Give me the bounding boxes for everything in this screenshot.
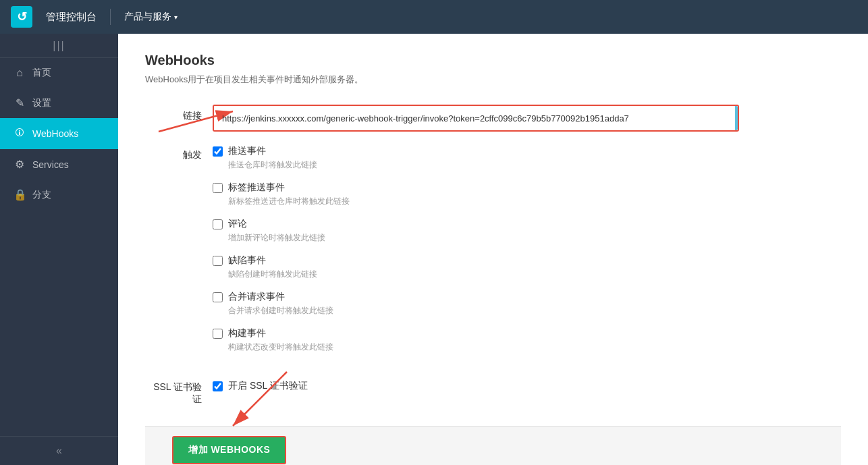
sidebar: ||| ⌂ 首页 ✎ 设置 WebHooks ⚙ Services 🔒 分支 (0, 34, 118, 465)
trigger-tag-push-checkbox[interactable] (213, 183, 223, 193)
trigger-tag-push: 标签推送事件 新标签推送进仓库时将触发此链接 (213, 182, 841, 207)
trigger-push: 推送事件 推送仓库时将触发此链接 (213, 145, 841, 171)
link-row: 链接 (145, 105, 841, 132)
bottom-bar: 增加 WEBHOOKS (145, 426, 841, 465)
trigger-tag-push-row: 标签推送事件 (213, 182, 841, 194)
sidebar-item-label: 设置 (32, 97, 51, 109)
link-label: 链接 (145, 105, 213, 122)
trigger-issue-checkbox[interactable] (213, 256, 223, 266)
ssl-checkbox-label: 开启 SSL 证书验证 (228, 380, 308, 392)
sidebar-item-label: 分支 (32, 189, 51, 201)
url-input-container (213, 105, 739, 132)
trigger-build-row: 构建事件 (213, 327, 841, 339)
webhooks-icon (13, 127, 26, 140)
trigger-comment-row: 评论 (213, 218, 841, 230)
settings-icon: ✎ (13, 97, 26, 109)
home-icon: ⌂ (13, 67, 26, 79)
trigger-build: 构建事件 构建状态改变时将触发此链接 (213, 327, 841, 353)
ssl-label: SSL 证书验证 (145, 377, 213, 406)
trigger-build-checkbox[interactable] (213, 329, 223, 339)
sidebar-item-home[interactable]: ⌂ 首页 (0, 58, 118, 88)
url-input-accent (735, 106, 738, 130)
sidebar-collapse-bottom[interactable]: « (0, 436, 118, 465)
trigger-tag-push-label: 标签推送事件 (228, 182, 285, 194)
trigger-push-checkbox[interactable] (213, 146, 223, 157)
topbar-menu[interactable]: 产品与服务 ▾ (124, 11, 178, 23)
ssl-content: 开启 SSL 证书验证 (213, 377, 308, 392)
trigger-issue: 缺陷事件 缺陷创建时将触发此链接 (213, 254, 841, 280)
branch-icon: 🔒 (13, 188, 26, 201)
trigger-issue-row: 缺陷事件 (213, 254, 841, 267)
ssl-row: SSL 证书验证 开启 SSL 证书验证 (145, 377, 841, 406)
trigger-issue-label: 缺陷事件 (228, 254, 266, 267)
sidebar-item-label: 首页 (32, 67, 51, 79)
logo: ↺ (11, 6, 32, 28)
trigger-merge-request-checkbox[interactable] (213, 292, 223, 302)
sidebar-item-settings[interactable]: ✎ 设置 (0, 88, 118, 118)
services-icon: ⚙ (13, 158, 26, 171)
sidebar-item-webhooks[interactable]: WebHooks (0, 118, 118, 149)
trigger-push-desc: 推送仓库时将触发此链接 (228, 159, 841, 171)
trigger-comment-checkbox[interactable] (213, 219, 223, 229)
page-title: WebHooks (145, 53, 841, 68)
trigger-tag-push-desc: 新标签推送进仓库时将触发此链接 (228, 196, 841, 207)
trigger-merge-request-desc: 合并请求创建时将触发此链接 (228, 305, 841, 317)
sidebar-item-services[interactable]: ⚙ Services (0, 149, 118, 180)
triggers-row: 触发 推送事件 推送仓库时将触发此链接 标签推送事 (145, 145, 841, 364)
link-input-wrapper (213, 105, 841, 132)
url-input[interactable] (214, 108, 735, 129)
sidebar-item-branch[interactable]: 🔒 分支 (0, 180, 118, 210)
topbar: ↺ 管理控制台 产品与服务 ▾ (0, 0, 868, 34)
content-area: WebHooks WebHooks用于在项目发生相关事件时通知外部服务器。 链接 (118, 34, 868, 465)
trigger-comment: 评论 增加新评论时将触发此链接 (213, 218, 841, 244)
menu-arrow-icon: ▾ (174, 13, 178, 21)
topbar-divider (110, 9, 111, 25)
topbar-title: 管理控制台 (46, 11, 97, 24)
trigger-merge-request-row: 合并请求事件 (213, 291, 841, 303)
ssl-checkbox[interactable] (213, 381, 223, 391)
trigger-push-row: 推送事件 (213, 145, 841, 157)
sidebar-item-label: WebHooks (32, 128, 78, 139)
trigger-push-label: 推送事件 (228, 145, 266, 157)
trigger-issue-desc: 缺陷创建时将触发此链接 (228, 269, 841, 280)
triggers-content: 推送事件 推送仓库时将触发此链接 标签推送事件 新标签推送进仓库时将触发此链接 (213, 145, 841, 364)
trigger-comment-desc: 增加新评论时将触发此链接 (228, 232, 841, 244)
page-description: WebHooks用于在项目发生相关事件时通知外部服务器。 (145, 74, 841, 86)
trigger-merge-request-label: 合并请求事件 (228, 291, 285, 303)
trigger-merge-request: 合并请求事件 合并请求创建时将触发此链接 (213, 291, 841, 317)
sidebar-collapse-bar[interactable]: ||| (0, 34, 118, 58)
trigger-build-label: 构建事件 (228, 327, 266, 339)
sidebar-item-label: Services (32, 159, 69, 170)
main-layout: ||| ⌂ 首页 ✎ 设置 WebHooks ⚙ Services 🔒 分支 (0, 34, 868, 465)
trigger-comment-label: 评论 (228, 218, 247, 230)
triggers-label: 触发 (145, 145, 213, 161)
trigger-build-desc: 构建状态改变时将触发此链接 (228, 341, 841, 353)
add-webhook-button[interactable]: 增加 WEBHOOKS (172, 436, 286, 464)
